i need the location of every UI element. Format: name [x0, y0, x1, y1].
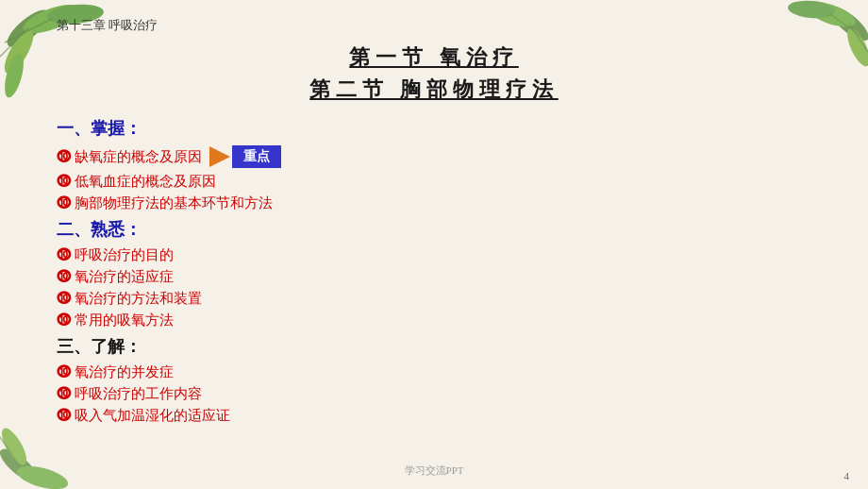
- category-2-heading: 二、熟悉：: [57, 218, 811, 241]
- item-icon-10: ⓾: [57, 408, 71, 424]
- svg-point-14: [14, 462, 70, 489]
- item-text-3: 胸部物理疗法的基本环节和方法: [75, 194, 273, 212]
- item-jiwen-shidu: ⓾ 吸入气加温湿化的适应证: [57, 407, 811, 425]
- category-1-heading: 一、掌握：: [57, 117, 811, 140]
- svg-point-13: [0, 444, 42, 487]
- item-text-8: 氧治疗的并发症: [75, 363, 174, 381]
- section-title-2: 第二节 胸部物理疗法: [57, 76, 811, 104]
- item-text-1: 缺氧症的概念及原因: [75, 148, 202, 166]
- category-2-items: ⓾ 呼吸治疗的目的 ⓾ 氧治疗的适应症 ⓾ 氧治疗的方法和装置 ⓾ 常用的吸氧方…: [57, 246, 811, 329]
- item-icon-9: ⓾: [57, 386, 71, 402]
- zhongdian-badge: 重点: [232, 145, 281, 168]
- item-yang-shiying: ⓾ 氧治疗的适应症: [57, 268, 811, 286]
- item-gongzuo-neirong: ⓾ 呼吸治疗的工作内容: [57, 385, 811, 403]
- category-1-items: ⓾ 缺氧症的概念及原因 重点 ⓾ 低氧血症的概念及原因 ⓾ 胸部物理疗法的基本环…: [57, 145, 811, 212]
- item-icon-2: ⓾: [57, 174, 71, 190]
- item-icon-6: ⓾: [57, 291, 71, 307]
- item-xiyang-fangfa: ⓾ 常用的吸氧方法: [57, 312, 811, 329]
- page-number: 4: [844, 470, 850, 481]
- item-diyang: ⓾ 低氧血症的概念及原因: [57, 173, 811, 191]
- item-icon-4: ⓾: [57, 247, 71, 263]
- watermark: 学习交流PPT: [405, 464, 464, 478]
- item-xiongbu: ⓾ 胸部物理疗法的基本环节和方法: [57, 194, 811, 212]
- item-yang-fangfa: ⓾ 氧治疗的方法和装置: [57, 290, 811, 308]
- chapter-header: 第十三章 呼吸治疗: [57, 17, 811, 34]
- item-text-5: 氧治疗的适应症: [75, 268, 174, 286]
- item-icon-7: ⓾: [57, 312, 71, 329]
- svg-line-16: [0, 437, 19, 465]
- item-text-10: 吸入气加温湿化的适应证: [75, 407, 230, 425]
- category-3-items: ⓾ 氧治疗的并发症 ⓾ 呼吸治疗的工作内容 ⓾ 吸入气加温湿化的适应证: [57, 363, 811, 425]
- item-icon-5: ⓾: [57, 269, 71, 285]
- item-queyang: ⓾ 缺氧症的概念及原因 重点: [57, 145, 811, 168]
- item-text-6: 氧治疗的方法和装置: [75, 290, 202, 308]
- item-text-7: 常用的吸氧方法: [75, 312, 174, 329]
- item-icon-3: ⓾: [57, 195, 71, 211]
- item-bingfazheng: ⓾ 氧治疗的并发症: [57, 363, 811, 381]
- item-text-4: 呼吸治疗的目的: [75, 246, 174, 264]
- arrow-indicator: [209, 146, 230, 167]
- section-title-1: 第一节 氧治疗: [57, 43, 811, 72]
- item-text-9: 呼吸治疗的工作内容: [75, 385, 202, 403]
- category-3-heading: 三、了解：: [57, 335, 811, 358]
- item-icon-8: ⓾: [57, 364, 71, 380]
- main-content: 第十三章 呼吸治疗 第一节 氧治疗 第二节 胸部物理疗法 一、掌握： ⓾ 缺氧症…: [0, 0, 868, 438]
- item-huxi-mudi: ⓾ 呼吸治疗的目的: [57, 246, 811, 264]
- item-icon-1: ⓾: [57, 149, 71, 165]
- arrow-shape: [209, 146, 230, 167]
- item-text-2: 低氧血症的概念及原因: [75, 173, 216, 191]
